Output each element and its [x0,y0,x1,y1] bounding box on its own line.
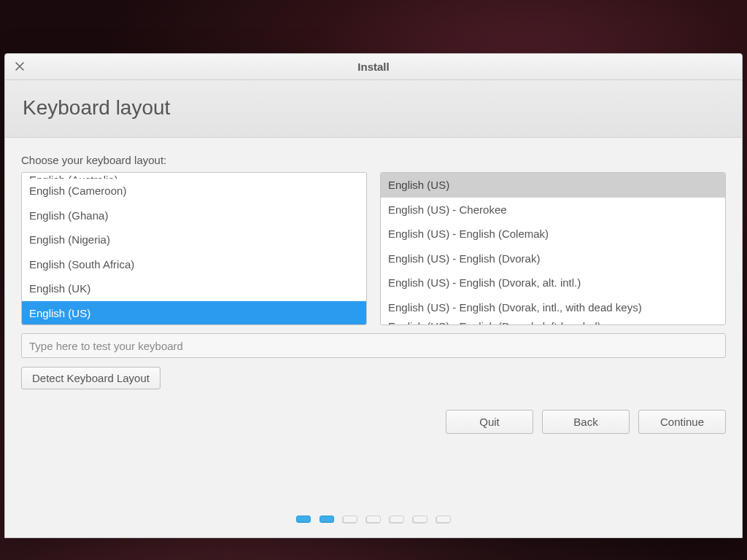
page-header: Keyboard layout [5,80,742,138]
list-item[interactable]: English (Nigeria) [22,228,366,252]
pager-dot [366,516,381,523]
installer-window: Install Keyboard layout Choose your keyb… [4,53,743,538]
close-button[interactable] [11,58,28,76]
page-heading: Keyboard layout [23,96,724,120]
keyboard-test-input[interactable] [21,333,726,358]
list-item[interactable]: English (Australia) [22,173,366,179]
list-item[interactable]: English (US) - English (Dvorak) [381,246,725,271]
continue-button[interactable]: Continue [638,410,726,434]
prompt-label: Choose your keyboard layout: [21,154,726,166]
desktop-background: Install Keyboard layout Choose your keyb… [0,0,747,560]
back-button[interactable]: Back [542,410,630,434]
list-item[interactable]: English (US) - Cherokee [381,198,725,222]
titlebar: Install [5,54,742,80]
pager-dot [296,516,311,523]
pager-dot [436,516,451,523]
list-item-selected[interactable]: English (US) [381,173,725,198]
close-icon [15,61,24,74]
list-item[interactable]: English (Cameroon) [22,179,366,203]
list-item[interactable]: English (US) - English (Dvorak, alt. int… [381,271,725,295]
list-item-selected[interactable]: English (US) [22,301,366,326]
pager-dot [413,516,427,523]
detect-layout-button[interactable]: Detect Keyboard Layout [21,367,160,389]
list-item[interactable]: English (US) - English (Dvorak, left-han… [381,319,725,325]
footer-buttons: Quit Back Continue [21,410,726,434]
list-item[interactable]: English (US) - English (Colemak) [381,222,725,246]
quit-button[interactable]: Quit [446,410,533,434]
detect-row: Detect Keyboard Layout [21,367,726,389]
layout-listbox[interactable]: English (Australia) English (Cameroon) E… [21,172,367,325]
layout-lists: English (Australia) English (Cameroon) E… [21,172,726,325]
pager-dot [390,516,404,523]
window-title: Install [5,61,742,73]
step-pager [21,505,726,530]
variant-listbox[interactable]: English (US) English (US) - Cherokee Eng… [380,172,726,325]
content-area: Choose your keyboard layout: English (Au… [5,138,742,537]
list-item[interactable]: English (South Africa) [22,252,366,277]
list-item[interactable]: English (UK) [22,276,366,301]
pager-dot [343,516,357,523]
list-item[interactable]: English (US) - English (Dvorak, intl., w… [381,295,725,320]
pager-dot [320,516,334,523]
list-item[interactable]: English (Ghana) [22,203,366,228]
